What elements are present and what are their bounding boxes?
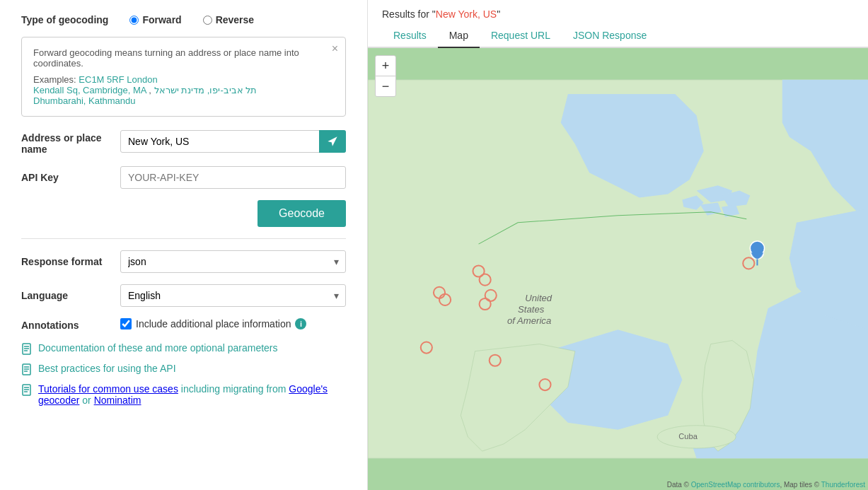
example-link-3[interactable]: תל אביב-יפו, מדינת ישראל	[154, 85, 257, 95]
doc-link-1[interactable]: Documentation of these and more optional…	[21, 342, 346, 356]
document-icon-3	[21, 384, 33, 397]
tab-map[interactable]: Map	[438, 24, 480, 48]
nominatim-link[interactable]: Nominatim	[94, 395, 141, 406]
tab-results[interactable]: Results	[382, 24, 438, 48]
annotations-content: Include additional place information i	[120, 318, 346, 329]
tooltip-text: Forward geocoding means turning an addre…	[33, 47, 299, 69]
results-suffix: "	[497, 8, 500, 20]
annotations-row: Annotations Include additional place inf…	[21, 318, 346, 331]
right-panel: Results for "New York, US" Results Map R…	[368, 0, 868, 490]
results-prefix: Results for "	[382, 8, 436, 20]
address-input-wrapper	[120, 130, 346, 153]
map-svg: United States of America Cuba	[368, 48, 868, 490]
address-input[interactable]	[120, 130, 346, 153]
search-button[interactable]	[319, 130, 346, 153]
links-section: Documentation of these and more optional…	[21, 342, 346, 406]
address-row: Address or placename	[21, 128, 346, 155]
reverse-label: Reverse	[216, 14, 255, 25]
osm-link[interactable]: OpenStreetMap contributors	[691, 481, 780, 489]
map-controls: + −	[375, 55, 396, 97]
doc-link-3-plain-1: including migrating from	[181, 383, 289, 395]
navigation-icon	[327, 136, 338, 147]
geocoding-type-row: Type of geocoding Forward Reverse	[21, 14, 346, 25]
doc-link-1-text: Documentation of these and more optional…	[38, 342, 278, 354]
forward-radio[interactable]	[129, 16, 139, 25]
geocode-button[interactable]: Geocode	[257, 200, 346, 227]
map-container: United States of America Cuba	[368, 48, 868, 490]
language-select[interactable]: English French Spanish German Chinese	[120, 284, 346, 307]
annotations-checkbox-label: Include additional place information	[136, 318, 291, 329]
reverse-radio[interactable]	[203, 16, 212, 25]
info-icon[interactable]: i	[295, 318, 306, 329]
annotations-checkbox[interactable]	[120, 318, 132, 329]
forward-radio-option[interactable]: Forward	[129, 14, 181, 25]
language-row: Language English French Spanish German C…	[21, 284, 346, 307]
results-header: Results for "New York, US"	[368, 0, 868, 20]
example-link-2[interactable]: Kendall Sq, Cambridge, MA	[33, 85, 146, 95]
svg-text:of America: of America	[507, 315, 551, 326]
tooltip-box: × Forward geocoding means turning an add…	[21, 37, 346, 117]
language-wrapper: English French Spanish German Chinese ▾	[120, 284, 346, 307]
examples-label: Examples:	[33, 74, 76, 85]
annotations-label: Annotations	[21, 318, 120, 331]
left-panel: Type of geocoding Forward Reverse × Forw…	[0, 0, 368, 490]
api-key-input[interactable]	[120, 166, 346, 189]
tab-json-response[interactable]: JSON Response	[562, 24, 658, 48]
tab-request-url[interactable]: Request URL	[480, 24, 562, 48]
zoom-in-button[interactable]: +	[376, 56, 395, 76]
svg-text:United: United	[525, 293, 552, 303]
doc-link-2-text: Best practices for using the API	[38, 363, 176, 374]
radio-group: Forward Reverse	[129, 14, 261, 25]
example-link-1[interactable]: EC1M 5RF London	[79, 74, 157, 85]
response-format-label: Response format	[21, 256, 120, 267]
svg-text:States: States	[518, 304, 545, 315]
language-label: Language	[21, 290, 120, 301]
svg-text:Cuba: Cuba	[678, 432, 698, 441]
api-key-input-wrapper	[120, 166, 346, 189]
divider	[21, 238, 346, 239]
address-label: Address or placename	[21, 128, 120, 155]
forward-label: Forward	[142, 14, 181, 25]
zoom-out-button[interactable]: −	[376, 76, 395, 96]
api-key-row: API Key	[21, 166, 346, 189]
examples-section: Examples: EC1M 5RF London Kendall Sq, Ca…	[33, 74, 334, 106]
response-format-row: Response format json xml geojson csv ▾	[21, 250, 346, 273]
doc-link-2[interactable]: Best practices for using the API	[21, 363, 346, 376]
response-format-select[interactable]: json xml geojson csv	[120, 250, 346, 273]
thunderforest-link[interactable]: Thunderforest	[821, 481, 865, 489]
example-separator: ,	[149, 85, 154, 95]
doc-link-3-content: Tutorials for common use cases including…	[38, 383, 346, 406]
response-format-wrapper: json xml geojson csv ▾	[120, 250, 346, 273]
geocode-btn-row: Geocode	[21, 200, 346, 227]
results-query: New York, US	[436, 8, 497, 20]
example-link-4[interactable]: Dhumbarahi, Kathmandu	[33, 95, 136, 106]
tabs: Results Map Request URL JSON Response	[368, 24, 868, 48]
map-attribution: Data © OpenStreetMap contributors, Map t…	[667, 481, 865, 489]
doc-link-3-wrapper: Tutorials for common use cases including…	[21, 383, 346, 406]
close-icon[interactable]: ×	[332, 43, 338, 54]
doc-link-3[interactable]: Tutorials for common use cases	[38, 383, 178, 395]
document-icon-2	[21, 363, 33, 376]
geocoding-type-label: Type of geocoding	[21, 14, 108, 25]
doc-link-3-plain-2: or	[82, 395, 93, 406]
api-key-label: API Key	[21, 172, 120, 183]
reverse-radio-option[interactable]: Reverse	[203, 14, 255, 25]
document-icon-1	[21, 343, 33, 356]
